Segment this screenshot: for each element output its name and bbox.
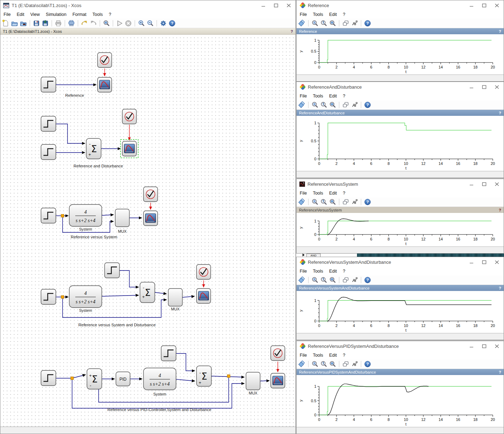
zoom-area-icon[interactable] [329,360,336,368]
minimize-button[interactable] [469,260,474,264]
signal-link[interactable] [119,270,139,287]
menu-edit[interactable]: Edit [329,353,337,358]
figure-help-icon[interactable]: ? [499,370,501,374]
menu-edit[interactable]: Edit [329,269,337,274]
title-bar[interactable]: Reference [297,0,504,10]
menu-simulation[interactable]: Simulation [46,12,66,17]
zoom-original-icon[interactable] [320,360,328,368]
step-block[interactable] [41,144,56,160]
help-icon[interactable] [364,101,371,109]
menu-tools[interactable]: Tools [313,94,323,99]
copy-figure-icon[interactable] [342,101,350,109]
minimize-button[interactable] [469,85,474,89]
step-block[interactable] [41,77,56,92]
tab-help-icon[interactable]: ? [291,29,293,34]
plot-canvas-reference-versus-pid-system-and-disturbance[interactable]: 0246810121416182000.51ty [297,375,504,427]
mux-block[interactable] [115,209,129,227]
signal-link[interactable] [176,379,195,381]
help-icon[interactable] [168,19,176,27]
figure-help-icon[interactable]: ? [499,208,501,212]
menu-tools[interactable]: Tools [313,353,323,358]
scope-block[interactable] [271,373,285,388]
zoom-area-icon[interactable] [329,276,336,284]
menu-file[interactable]: File [4,12,11,17]
help-icon[interactable] [364,19,371,27]
ged-editor-icon[interactable] [298,360,306,368]
sum-block[interactable] [87,369,102,389]
close-button[interactable] [286,3,291,7]
menu-edit[interactable]: Edit [17,12,24,17]
plot-canvas-reference-and-disturbance[interactable]: 0246810121416182000.51ty [297,116,504,171]
plot-canvas-reference[interactable]: 0246810121416182000.51ty [297,34,504,75]
menu-help[interactable]: ? [343,353,345,358]
plot-canvas-reference-versus-system[interactable]: 0246810121416182001ty [297,213,504,246]
minimize-button[interactable] [469,344,474,348]
zoom-out-icon[interactable] [146,19,154,27]
signal-link[interactable] [176,353,195,371]
transfer-function-block[interactable] [69,286,102,308]
datatips-icon[interactable] [351,19,358,27]
open-file-icon[interactable] [19,19,27,27]
menu-tools[interactable]: Tools [93,12,103,17]
zoom-original-icon[interactable] [320,276,328,284]
clock-block[interactable] [122,109,136,124]
close-button[interactable] [494,3,499,7]
maximize-button[interactable] [482,3,487,7]
title-bar[interactable]: ReferenceVersusPIDSystemAndDisturbance [297,341,504,351]
menu-edit[interactable]: Edit [329,12,337,17]
zoom-fit-icon[interactable] [311,198,319,206]
signal-link[interactable] [102,295,139,296]
scope-block[interactable] [143,211,158,226]
menu-help[interactable]: ? [343,94,345,99]
menu-help[interactable]: ? [343,269,345,274]
ged-editor-icon[interactable] [298,198,306,206]
ged-editor-icon[interactable] [298,276,306,284]
settings-gear-icon[interactable] [159,19,167,27]
start-simulation-icon[interactable] [116,19,123,27]
maximize-button[interactable] [482,260,487,264]
clock-block[interactable] [197,264,211,279]
diagram-dump-icon[interactable] [68,19,75,27]
signal-link[interactable] [260,381,269,381]
diagram-caption[interactable]: Reference [65,93,84,97]
zoom-fit-icon[interactable] [311,101,319,109]
menu-file[interactable]: File [300,12,307,17]
mux-label[interactable]: MUX [118,229,127,233]
export-icon[interactable] [41,19,49,27]
signal-link[interactable] [102,215,113,215]
undo-icon[interactable] [81,19,88,27]
menu-edit[interactable]: Edit [329,94,337,99]
datatips-icon[interactable] [351,360,358,368]
xcos-diagram-tab[interactable]: T1 (E:\Data\scilab\T1.zcos) - Xcos ? [0,28,295,35]
minimize-button[interactable] [261,3,266,7]
copy-figure-icon[interactable] [342,276,350,284]
mux-block[interactable] [168,289,182,306]
plot-canvas-reference-versus-system-and-disturbance[interactable]: 0246810121416182001ty [297,291,504,333]
zoom-area-icon[interactable] [329,101,336,109]
step-block[interactable] [41,208,56,223]
save-icon[interactable] [33,19,40,27]
zoom-fit-icon[interactable] [311,19,319,27]
mux-label[interactable]: MUX [171,307,180,311]
mux-label[interactable]: MUX [249,391,258,395]
menu-help[interactable]: ? [343,191,345,196]
menu-edit[interactable]: Edit [329,191,337,196]
maximize-button[interactable] [482,182,487,186]
transfer-function-block[interactable] [69,204,102,226]
xcos-canvas[interactable]: Reference - + Reference and Disturbance [0,35,295,427]
system-label[interactable]: System [153,392,166,396]
zoom-fit-icon[interactable] [311,360,319,368]
open-icon[interactable] [11,19,18,27]
ged-editor-icon[interactable] [298,101,306,109]
zoom-original-icon[interactable] [320,101,328,109]
clock-block[interactable] [271,346,285,361]
system-label[interactable]: System [79,227,92,231]
zoom-original-icon[interactable] [320,19,328,27]
new-diagram-icon[interactable] [2,19,10,27]
link-junction[interactable] [227,375,230,377]
copy-figure-icon[interactable] [342,198,350,206]
title-bar[interactable]: ReferenceVersusSystemAndDisturbance [297,257,504,267]
menu-file[interactable]: File [300,191,307,196]
diagram-caption[interactable]: Reference versus System and Disturbance [78,323,156,327]
mux-block[interactable] [246,372,260,390]
